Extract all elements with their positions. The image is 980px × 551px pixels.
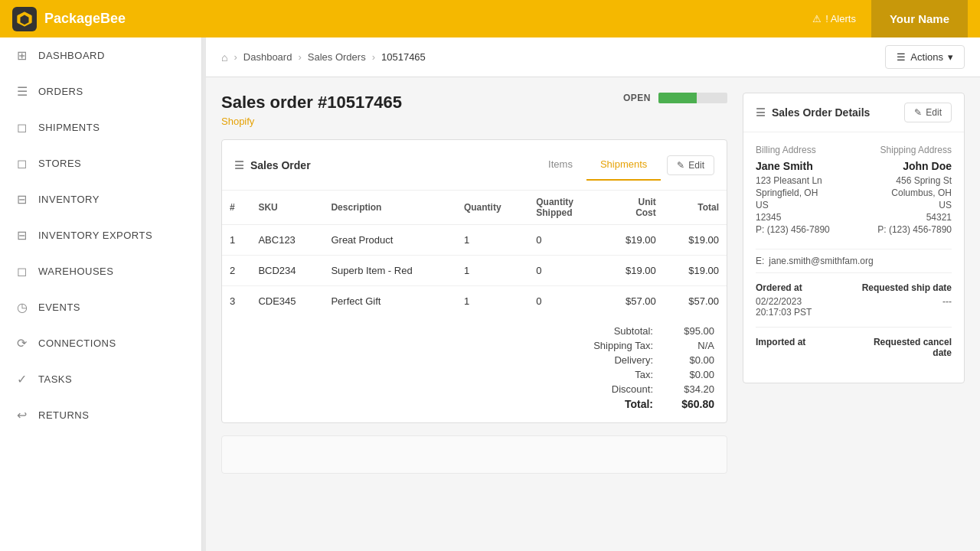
breadcrumb-sep-3: ›	[372, 51, 375, 63]
requested-cancel-col: Requested cancel date	[861, 337, 952, 361]
cell-description: Superb Item - Red	[323, 256, 456, 286]
order-summary: Subtotal: $95.00 Shipping Tax: N/A Deliv…	[222, 316, 727, 422]
status-bar-fill	[658, 93, 697, 103]
cell-num: 2	[222, 256, 250, 286]
cell-quantity: 1	[456, 256, 528, 286]
billing-zip: 12345	[756, 212, 846, 223]
breadcrumb-sales-orders[interactable]: Sales Orders	[308, 51, 366, 63]
sidebar-item-orders[interactable]: ☰ ORDERS	[0, 73, 201, 109]
cell-description: Perfect Gift	[323, 286, 456, 317]
order-source: Shopify	[221, 116, 402, 127]
shipping-address1: 456 Spring St	[861, 175, 952, 186]
details-title-icon: ☰	[756, 106, 766, 119]
summary-discount: Discount: $34.20	[234, 383, 714, 395]
ordered-at-value: 02/22/2023	[756, 296, 846, 307]
sidebar-item-shipments[interactable]: ◻ SHIPMENTS	[0, 109, 201, 145]
tasks-icon: ✓	[15, 372, 29, 386]
col-qty-shipped: QuantityShipped	[528, 191, 600, 225]
tax-value: $0.00	[668, 369, 714, 380]
col-right: ☰ Sales Order Details ✎ Edit Billing Add…	[743, 93, 965, 486]
details-panel-title: ☰ Sales Order Details	[756, 106, 870, 119]
body-wrap: ⊞ DASHBOARD ☰ ORDERS ◻ SHIPMENTS ◻ STORE…	[0, 37, 980, 551]
address-row: Billing Address Jane Smith 123 Pleasant …	[756, 145, 952, 236]
stores-icon: ◻	[15, 156, 29, 171]
cell-unit-cost: $57.00	[601, 286, 664, 317]
sales-order-edit-button[interactable]: ✎ Edit	[667, 155, 714, 175]
username-display[interactable]: Your Name	[871, 0, 968, 37]
subtotal-value: $95.00	[668, 325, 714, 337]
shipping-phone: P: (123) 456-7890	[861, 224, 952, 235]
order-title: Sales order #10517465	[221, 93, 402, 112]
cell-qty-shipped: 0	[528, 286, 600, 317]
shipping-tax-value: N/A	[668, 340, 714, 351]
brand: PackageBee	[12, 7, 126, 31]
tab-shipments[interactable]: Shipments	[586, 149, 661, 181]
sidebar-item-tasks[interactable]: ✓ TASKS	[0, 361, 201, 397]
sidebar-item-inventory[interactable]: ⊟ INVENTORY	[0, 181, 201, 217]
shipping-col: Shipping Address John Doe 456 Spring St …	[861, 145, 952, 236]
sales-order-panel-title: ☰ Sales Order	[234, 159, 311, 171]
sidebar-item-connections[interactable]: ⟳ CONNECTIONS	[0, 325, 201, 361]
sidebar-item-warehouses[interactable]: ◻ WAREHOUSES	[0, 253, 201, 289]
inventory-icon: ⊟	[15, 192, 29, 207]
billing-name: Jane Smith	[756, 160, 846, 172]
shipping-zip: 54321	[861, 212, 952, 223]
cell-total: $19.00	[664, 256, 727, 286]
details-edit-button[interactable]: ✎ Edit	[904, 103, 952, 122]
breadcrumb-bar: ⌂ › Dashboard › Sales Orders › 10517465 …	[206, 37, 980, 77]
orders-icon: ☰	[15, 84, 29, 99]
order-table: # SKU Description Quantity QuantityShipp…	[222, 191, 727, 316]
tab-items[interactable]: Items	[534, 149, 586, 181]
delivery-label: Delivery:	[561, 354, 653, 366]
shipping-country: US	[861, 200, 952, 210]
breadcrumb-dashboard[interactable]: Dashboard	[243, 51, 292, 63]
shipping-name: John Doe	[861, 160, 952, 172]
alerts-button[interactable]: ⚠ ! Alerts	[797, 13, 871, 24]
billing-label: Billing Address	[756, 145, 846, 155]
total-label: Total:	[561, 398, 653, 410]
billing-phone: P: (123) 456-7890	[756, 224, 846, 235]
events-icon: ◷	[15, 300, 29, 315]
cell-total: $57.00	[664, 286, 727, 317]
sidebar-item-events[interactable]: ◷ EVENTS	[0, 289, 201, 325]
shipping-tax-label: Shipping Tax:	[561, 340, 653, 351]
breadcrumb-sep-1: ›	[234, 51, 237, 63]
meta-row-dates: Ordered at 02/22/2023 20:17:03 PST Reque…	[756, 272, 952, 327]
col-unit-cost: UnitCost	[601, 191, 664, 225]
requested-ship-label: Requested ship date	[861, 282, 952, 293]
sidebar-item-dashboard[interactable]: ⊞ DASHBOARD	[0, 37, 201, 73]
table-row: 2 BCD234 Superb Item - Red 1 0 $19.00 $1…	[222, 256, 727, 286]
imported-at-label: Imported at	[756, 337, 846, 347]
sidebar-item-inventory-exports[interactable]: ⊟ INVENTORY EXPORTS	[0, 217, 201, 253]
details-edit-icon: ✎	[914, 107, 922, 118]
actions-button[interactable]: ☰ Actions ▾	[885, 45, 965, 69]
shipping-address2: Columbus, OH	[861, 187, 952, 198]
second-panel	[221, 435, 727, 474]
ordered-at-label: Ordered at	[756, 282, 846, 293]
breadcrumb-order-id: 10517465	[381, 51, 426, 63]
col-description: Description	[323, 191, 456, 225]
shipments-icon: ◻	[15, 120, 29, 135]
cell-sku: ABC123	[250, 225, 323, 256]
cell-unit-cost: $19.00	[601, 225, 664, 256]
requested-cancel-label: Requested cancel date	[861, 337, 952, 358]
cell-total: $19.00	[664, 225, 727, 256]
panel-tabs: Items Shipments	[534, 149, 661, 181]
table-row: 1 ABC123 Great Product 1 0 $19.00 $19.00	[222, 225, 727, 256]
cell-qty-shipped: 0	[528, 256, 600, 286]
main-content: ⌂ › Dashboard › Sales Orders › 10517465 …	[206, 37, 980, 551]
col-quantity: Quantity	[456, 191, 528, 225]
sidebar-item-stores[interactable]: ◻ STORES	[0, 145, 201, 181]
cell-qty-shipped: 0	[528, 225, 600, 256]
cell-unit-cost: $19.00	[601, 256, 664, 286]
status-bar	[658, 93, 727, 103]
col-left: Sales order #10517465 Shopify OPEN	[221, 93, 727, 486]
sidebar-item-returns[interactable]: ↩ RETURNS	[0, 397, 201, 433]
details-panel-header: ☰ Sales Order Details ✎ Edit	[743, 93, 964, 132]
requested-ship-value: ---	[861, 296, 952, 307]
billing-address2: Springfield, OH	[756, 187, 846, 198]
details-grid: Billing Address Jane Smith 123 Pleasant …	[743, 132, 964, 383]
sales-order-panel-header: ☰ Sales Order Items Shipments	[222, 140, 727, 191]
imported-at-col: Imported at	[756, 337, 846, 361]
col-num: #	[222, 191, 250, 225]
